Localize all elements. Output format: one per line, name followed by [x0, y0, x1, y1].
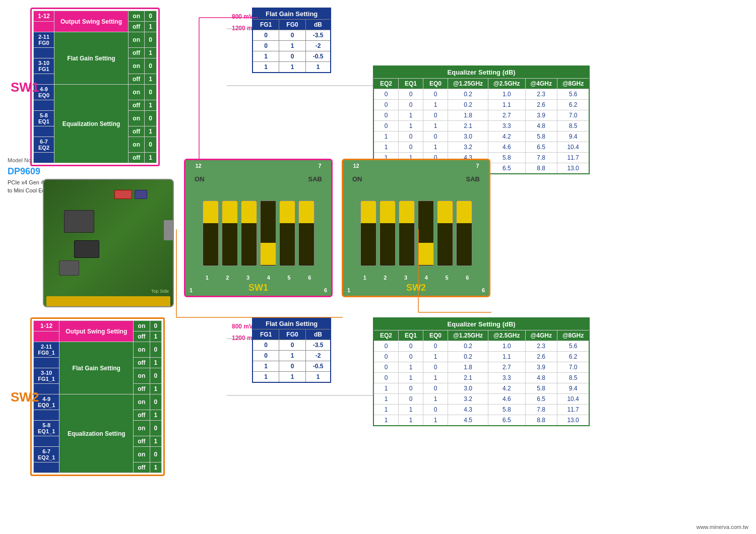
sw2-sab-label: SAB: [466, 175, 480, 183]
sw1-fg-r0c1: 0: [279, 30, 305, 41]
sw2-eq-r5c3: 3.2: [448, 394, 488, 405]
sw1-eq-r7c4: 6.5: [488, 163, 525, 174]
sw1-eq-r1c5: 2.6: [525, 100, 557, 110]
sw2-fg-header-0: FG1: [253, 329, 279, 340]
sw2-section: SW2 1-12 Output Swing Setting on 0 off 1…: [30, 317, 165, 476]
sw1-dip-sw1: [203, 201, 219, 266]
sw2-eq-r4c3: 3.0: [448, 383, 488, 394]
sw1-eq-r5c0: 1: [373, 142, 399, 153]
sw1-fg-r3c0: 1: [253, 62, 279, 73]
sw2-flat-gain-section: Flat Gain Setting FG1 FG0 dB 0 0 -3.5 0 …: [252, 317, 331, 383]
sw2-switch-range-4b: [34, 410, 59, 421]
sw2-eq-r5c0: 1: [373, 394, 399, 405]
sw1-eq-r1c6: 6.2: [557, 100, 589, 110]
sw2-state-off-2: off: [134, 358, 150, 368]
sw1-eq-r5c6: 10.4: [557, 142, 589, 153]
sw2-fg-r3c0: 1: [253, 372, 279, 383]
sw1-setting-3: Equalization Setting: [54, 85, 129, 163]
sw1-eq-r2c2: 0: [423, 110, 448, 121]
sw2-val-off-5: 1: [150, 436, 162, 447]
sw2-eq-r1c3: 0.2: [448, 352, 488, 362]
sw2-eq-r3c0: 0: [373, 373, 399, 383]
sw1-eq-h5: @4GHz: [525, 79, 557, 89]
sw1-section: SW1 1-12 Output Swing Setting on 0 off 1…: [30, 8, 160, 166]
sw1-dip-sw3: [241, 201, 257, 266]
sw1-state-off-5: off: [129, 126, 145, 137]
sw2-val-off-1: 1: [150, 331, 162, 342]
sw1-eq-r4c3: 3.0: [448, 131, 488, 142]
sw2-state-off-5: off: [134, 436, 150, 447]
sw2-switch-range-1b: [34, 331, 59, 342]
sw2-state-off-4: off: [134, 410, 150, 421]
sw2-eq-r2c6: 7.0: [557, 362, 589, 373]
sw2-eq-r2c4: 2.7: [488, 362, 525, 373]
ic-2: [74, 240, 99, 258]
sw1-fg-r1c1: 1: [279, 41, 305, 51]
sw2-eq-r4c1: 0: [399, 383, 423, 394]
sw2-val-on-5: 0: [150, 421, 162, 436]
sw2-corner-6: 6: [482, 287, 485, 293]
sw2-eq-r0c1: 0: [399, 341, 423, 352]
sw1-state-on-4: on: [129, 85, 145, 100]
sw1-equalizer-section: Equalizer Setting (dB) EQ2 EQ1 EQ0 @1.25…: [373, 65, 590, 174]
dip-chip-1: [114, 190, 132, 199]
sw1-val-off-5: 1: [145, 126, 157, 137]
sw2-eq-r2c0: 0: [373, 362, 399, 373]
sw2-eq-r1c4: 1.1: [488, 352, 525, 362]
sw2-label: SW2: [11, 389, 39, 405]
sw2-eq-h6: @8GHz: [557, 330, 589, 341]
sw2-eq-r6c1: 1: [399, 405, 423, 415]
sw2-val-on-3: 0: [150, 368, 162, 384]
sw2-eq-r7c4: 6.5: [488, 415, 525, 426]
pcb-image: Top Side: [43, 179, 174, 307]
sw2-fg-r2c2: -0.5: [305, 361, 331, 372]
sw2-setting-2: Flat Gain Setting: [59, 342, 134, 394]
pcb-circuit-details: Top Side: [44, 180, 173, 306]
sw2-fg-r1c1: 1: [279, 351, 305, 361]
sw2-state-on-3: on: [134, 368, 150, 384]
sw1-flat-gain-table: Flat Gain Setting FG1 FG0 dB 0 0 -3.5 0 …: [252, 8, 331, 73]
sw2-eq-h1: EQ1: [399, 330, 423, 341]
sw1-eq-h0: EQ2: [373, 79, 399, 89]
sw2-eq-h3: @1.25GHz: [448, 330, 488, 341]
sw2-fg-r2c0: 1: [253, 361, 279, 372]
sw2-eq-title: Equalizer Setting (dB): [373, 318, 589, 330]
sw1-fg-r2c0: 1: [253, 51, 279, 62]
sw1-val-off-6: 1: [145, 153, 157, 163]
sw1-fg-r1c2: -2: [305, 41, 331, 51]
sw1-eq-r4c5: 5.8: [525, 131, 557, 142]
sw2-eq-r5c6: 10.4: [557, 394, 589, 405]
sw2-eq-r2c5: 3.9: [525, 362, 557, 373]
sw1-eq-r0c3: 0.2: [448, 89, 488, 100]
sw1-fg-r2c2: -0.5: [305, 51, 331, 62]
sw1-eq-table: Equalizer Setting (dB) EQ2 EQ1 EQ0 @1.25…: [373, 65, 590, 174]
pcb-edge-connector: [164, 220, 173, 240]
sw1-eq-r2c5: 3.9: [525, 110, 557, 121]
sw1-corner-6: 6: [324, 287, 327, 293]
sw1-fg-r0c2: -3.5: [305, 30, 331, 41]
sw1-switch-range-5b: [34, 126, 54, 137]
sw2-bottom-nums: 1 2 3 4 5 6: [352, 275, 480, 281]
sw2-eq-h0: EQ2: [373, 330, 399, 341]
sw2-equalizer-section: Equalizer Setting (dB) EQ2 EQ1 EQ0 @1.25…: [373, 317, 590, 426]
sw1-flat-gain-title: Flat Gain Setting: [253, 8, 331, 20]
sw2-val-off-3: 1: [150, 384, 162, 394]
sw2-state-on-5: on: [134, 421, 150, 436]
sw1-eq-r3c6: 8.5: [557, 121, 589, 131]
dip-chip-2: [135, 190, 147, 199]
sw1-dip-sw5: [279, 201, 295, 266]
sw2-eq-r2c3: 1.8: [448, 362, 488, 373]
sw2-switch-range-5b: [34, 436, 59, 447]
sw2-eq-r3c5: 4.8: [525, 373, 557, 383]
sw1-fg-header-0: FG1: [253, 20, 279, 30]
website-footer: www.minerva.com.tw: [697, 524, 748, 530]
sw1-eq-h1: EQ1: [399, 79, 423, 89]
sw2-on-label: ON: [352, 175, 362, 183]
sw2-eq-r0c3: 0.2: [448, 341, 488, 352]
sw1-state-on-3: on: [129, 58, 145, 74]
sw2-eq-r0c6: 5.6: [557, 341, 589, 352]
sw1-state-on-1: on: [129, 11, 145, 22]
model-number-label: Model No.:: [8, 156, 84, 165]
sw1-val-off-3: 1: [145, 74, 157, 85]
sw1-eq-r4c0: 1: [373, 131, 399, 142]
